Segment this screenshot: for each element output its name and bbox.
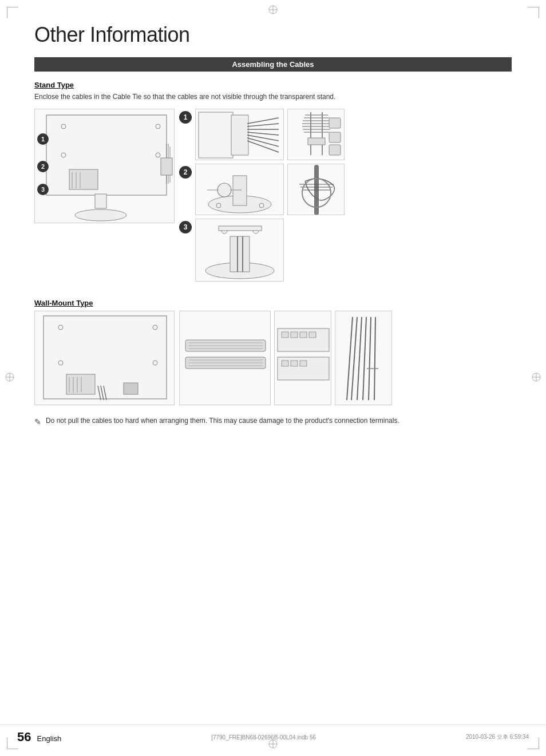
svg-rect-93 xyxy=(282,332,288,338)
stand-main-svg: 1 2 3 xyxy=(35,109,175,223)
wall-mount-title: Wall-Mount Type xyxy=(34,299,512,307)
svg-rect-96 xyxy=(309,332,316,338)
svg-rect-47 xyxy=(329,118,341,128)
step3-diagram xyxy=(195,219,284,282)
svg-line-33 xyxy=(247,124,279,126)
svg-rect-68 xyxy=(219,226,262,231)
stand-right-diagrams: 1 xyxy=(179,109,512,282)
stand-main-diagram: 1 2 3 xyxy=(34,109,175,223)
step1-diagram2 xyxy=(287,109,345,160)
step1-badge-container: 1 xyxy=(179,111,192,124)
svg-rect-99 xyxy=(300,361,307,366)
svg-rect-20 xyxy=(69,169,98,189)
svg-text:1: 1 xyxy=(41,136,45,143)
top-compass xyxy=(268,5,278,17)
wall-mount-diagram2 xyxy=(179,311,271,405)
svg-rect-14 xyxy=(95,194,106,208)
wall-mount-diagram4 xyxy=(335,311,392,405)
footer-date: 2010-03-26 오후 6:59:34 xyxy=(466,733,529,741)
step2-diagram2 xyxy=(287,164,345,215)
step1-diagram1 xyxy=(195,109,284,160)
wall-mount-diagrams xyxy=(34,311,512,405)
svg-rect-97 xyxy=(282,361,288,366)
svg-rect-30 xyxy=(199,112,233,158)
wall-mount-diagram3 xyxy=(274,311,331,405)
right-compass xyxy=(531,372,541,385)
step2-diagram1 xyxy=(195,164,284,215)
svg-rect-49 xyxy=(329,145,341,155)
svg-rect-19 xyxy=(161,158,172,175)
svg-rect-82 xyxy=(124,383,138,394)
wall-mount-main-diagram xyxy=(34,311,175,405)
page-number: 56 English xyxy=(17,730,61,744)
note-icon: ✎ xyxy=(34,417,41,426)
svg-rect-74 xyxy=(66,374,95,394)
svg-line-103 xyxy=(363,317,366,400)
svg-rect-48 xyxy=(329,132,341,143)
step2-badge-container: 2 xyxy=(179,166,192,179)
footer-file: [7790_FRE]BN68-02696B-00L04.indb 56 xyxy=(211,734,316,741)
svg-rect-31 xyxy=(231,115,248,155)
footer-page-info: 56 English xyxy=(17,730,61,745)
svg-text:2: 2 xyxy=(41,163,45,170)
svg-line-32 xyxy=(247,118,279,124)
stand-step3-row: 3 xyxy=(179,219,512,282)
wall-mount-right-diagrams xyxy=(179,311,392,405)
svg-text:3: 3 xyxy=(41,186,45,193)
svg-point-15 xyxy=(75,209,126,221)
svg-rect-95 xyxy=(300,332,307,338)
stand-diagrams-row: 1 2 3 1 xyxy=(34,109,512,282)
note-section: ✎ Do not pull the cables too hard when a… xyxy=(34,417,512,426)
svg-rect-9 xyxy=(46,115,167,195)
step1-badge: 1 xyxy=(179,111,192,124)
corner-mark-tr xyxy=(528,7,539,18)
step2-badge: 2 xyxy=(179,166,192,179)
stand-step2-row: 2 xyxy=(179,164,512,215)
stand-type-section: Stand Type Enclose the cables in the Cab… xyxy=(34,81,512,282)
left-compass xyxy=(5,372,15,385)
svg-rect-69 xyxy=(43,316,167,399)
note-text: Do not pull the cables too hard when arr… xyxy=(46,417,399,425)
svg-rect-46 xyxy=(308,138,325,145)
svg-line-105 xyxy=(374,317,375,400)
step3-badge-container: 3 xyxy=(179,221,192,233)
stand-step1-row: 1 xyxy=(179,109,512,160)
page-title: Other Information xyxy=(34,23,512,47)
wall-mount-section: Wall-Mount Type xyxy=(34,299,512,405)
svg-line-35 xyxy=(247,132,279,135)
svg-rect-94 xyxy=(291,332,298,338)
corner-mark-tl xyxy=(7,7,18,18)
svg-line-104 xyxy=(369,317,371,400)
stand-type-desc: Enclose the cables in the Cable Tie so t… xyxy=(34,93,512,101)
svg-rect-98 xyxy=(291,361,298,366)
page-container: Other Information Assembling the Cables … xyxy=(0,0,546,756)
stand-type-title: Stand Type xyxy=(34,81,512,89)
svg-line-102 xyxy=(357,317,362,400)
svg-rect-51 xyxy=(233,176,247,205)
svg-rect-63 xyxy=(230,236,250,272)
step3-badge: 3 xyxy=(179,221,192,233)
svg-point-52 xyxy=(217,183,231,197)
bottom-compass xyxy=(268,739,278,751)
svg-line-36 xyxy=(247,135,279,141)
section-header: Assembling the Cables xyxy=(34,57,512,72)
